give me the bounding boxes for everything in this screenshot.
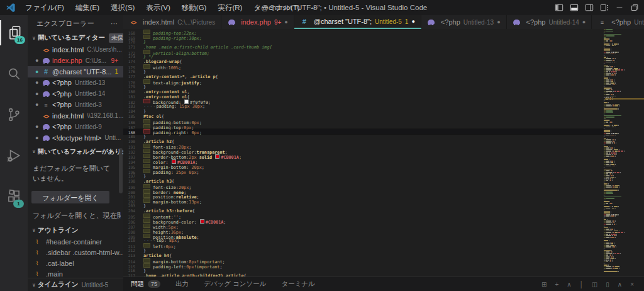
minimap-row [604, 88, 633, 89]
minimap-row [604, 177, 633, 178]
open-editor-item[interactable]: ●≡<?phpUntitled-3 [28, 100, 123, 111]
code-lines: 168padding-top:22px;169padding-right:30p… [123, 30, 604, 277]
minimap-row [604, 156, 633, 157]
php-file-icon [228, 20, 235, 25]
css-hash-icon: # [44, 68, 48, 76]
minimap-row [604, 211, 633, 212]
code-line: 183····padding: 15px 30px; [123, 104, 604, 109]
minimap-row [604, 60, 633, 61]
menu-item[interactable]: ファイル(F) [19, 0, 70, 15]
trash-icon[interactable]: ▯ [606, 281, 609, 288]
code-line: 168padding-top:22px; [123, 30, 604, 35]
minimap-row [604, 191, 633, 193]
panel-tab-問題[interactable]: 問題75 [123, 280, 168, 288]
sidebar-item-explorer[interactable]: 16 [0, 20, 29, 45]
outline-item[interactable]: ⌇.sidebar .custom-html-w... [28, 248, 123, 258]
outline-item[interactable]: ⌇.cat-label [28, 258, 123, 269]
css-rule-icon: ⌇ [36, 260, 43, 266]
minimap-row [604, 94, 633, 95]
code-editor[interactable]: 168padding-top:22px;169padding-right:30p… [123, 29, 644, 277]
panel-tab-label: デバッグ コンソール [204, 280, 266, 288]
panel-tab-デバッグ コンソール[interactable]: デバッグ コンソール [196, 280, 274, 288]
open-editor-item[interactable]: ●<>index.html\\192.168.1... [28, 110, 123, 122]
layout-sidebar-right-icon[interactable] [584, 3, 594, 13]
minimap-row [604, 63, 633, 64]
minimap-row [604, 268, 633, 269]
open-editor-item[interactable]: ●<!doctype html>Unti... [28, 132, 123, 144]
file-name: index.html [52, 46, 84, 54]
sidebar-scrollbar[interactable] [119, 148, 123, 193]
panel-tab-ターミナル[interactable]: ターミナル [274, 280, 322, 288]
minimap-row [604, 47, 633, 48]
minimize-icon[interactable] [614, 3, 624, 13]
minimap-row [604, 180, 633, 181]
editor-tab[interactable]: #@charset "UTF-8";Untitled-51● [294, 15, 421, 29]
code-line: 200border: none; [123, 189, 604, 194]
code-line: 190.article h2{ [123, 139, 604, 144]
minimap-row [604, 258, 633, 260]
minimap-row [604, 104, 633, 105]
open-editor-item[interactable]: ●index.phpC:\Us...9+ [28, 55, 123, 67]
layout-panel-icon[interactable] [569, 3, 579, 13]
split-panel-icon[interactable]: ◫ [592, 281, 597, 288]
editor-tab[interactable]: ≡<?phpUntitled-3● [592, 15, 644, 29]
section-outline[interactable]: ∨ アウトライン [28, 224, 123, 237]
editor-tab[interactable]: <?phpUntitled-13● [421, 15, 507, 29]
minimap-row [604, 265, 633, 266]
editor-tab[interactable]: <>index.htmlC:\...\Pictures● [123, 15, 221, 29]
editor-tab[interactable]: index.php9+● [221, 15, 294, 29]
layout-sidebar-left-icon[interactable] [554, 3, 564, 13]
minimap-row [604, 138, 633, 139]
minimap-row [604, 151, 633, 152]
file-name: <?php [52, 101, 72, 108]
modified-dot-icon: ● [35, 101, 42, 108]
menu-item[interactable]: 表示(V) [140, 0, 175, 15]
file-path: \\192.168.1... [87, 112, 123, 119]
code-line: 196padding: 25px 0px; [123, 169, 604, 174]
sidebar-item-source-control[interactable] [0, 102, 28, 127]
code-line: 171.home .main a:first-child article .ca… [123, 45, 604, 50]
plus-icon[interactable]: + [555, 281, 558, 288]
menu-item[interactable]: 実行(R) [212, 0, 248, 15]
sidebar-item-search[interactable] [0, 61, 28, 86]
open-editor-item[interactable]: ●<?phpUntitled-9 [28, 122, 123, 133]
minimap-row [604, 127, 633, 128]
open-folder-button[interactable]: フォルダーを開く [31, 191, 109, 203]
sidebar-item-run-debug[interactable] [0, 143, 28, 168]
php-file-icon [513, 20, 520, 25]
minimap[interactable] [604, 29, 633, 277]
line-number: 183 [126, 104, 135, 109]
explorer-more-actions-icon[interactable]: ⋯ [111, 20, 118, 28]
minimap-row [604, 130, 633, 131]
section-timeline[interactable]: ∨ タイムライン Untitled-5 [28, 278, 123, 291]
outline-item[interactable]: ⌇#header-container [28, 237, 123, 248]
open-editor-item[interactable]: ●<?phpUntitled-13 [28, 77, 123, 89]
panel-tab-出力[interactable]: 出力 [168, 280, 196, 288]
minimap-row [604, 100, 633, 101]
minimap-row [604, 77, 633, 79]
caret-up-icon[interactable]: ∧ [567, 281, 571, 288]
open-in-editor-icon[interactable]: ⊞ [541, 281, 547, 288]
layout-customize-icon[interactable] [599, 3, 609, 13]
minimap-row [604, 69, 633, 71]
close-panel-icon[interactable]: × [630, 281, 634, 288]
menu-item[interactable]: 選択(S) [105, 0, 140, 15]
open-editor-item[interactable]: ●<>index.htmlC:\Users\h... [28, 44, 123, 55]
sidebar-item-extensions[interactable]: 1 [0, 184, 28, 209]
code-line: 177.entry-content>*, .article p{ [123, 74, 604, 79]
minimap-row [604, 159, 633, 160]
editor-tab[interactable]: <?phpUntitled-14● [507, 15, 592, 29]
open-folder-hint: フォルダーを開くと、現在開いて [28, 203, 121, 224]
restore-icon[interactable] [630, 3, 639, 13]
open-editor-item[interactable]: ●<?phpUntitled-14 [28, 88, 123, 100]
code-line: 198.article h3{ [123, 179, 604, 184]
tab-bar: <>index.htmlC:\...\Pictures●index.php9+●… [123, 15, 644, 29]
menu-item[interactable]: 編集(E) [70, 0, 105, 15]
section-open-editors[interactable]: ∨ 開いているエディター 未保存 (16) [28, 31, 123, 44]
open-editor-item[interactable]: ●#@charset "UTF-8...1 [28, 66, 123, 77]
chevron-up-icon[interactable]: ∧ [618, 281, 622, 288]
minimap-row [604, 270, 633, 271]
minimap-row [604, 243, 633, 244]
menu-item[interactable]: 移動(G) [176, 0, 213, 15]
section-no-folder[interactable]: ∨ 開いているフォルダーがありません [28, 146, 123, 158]
